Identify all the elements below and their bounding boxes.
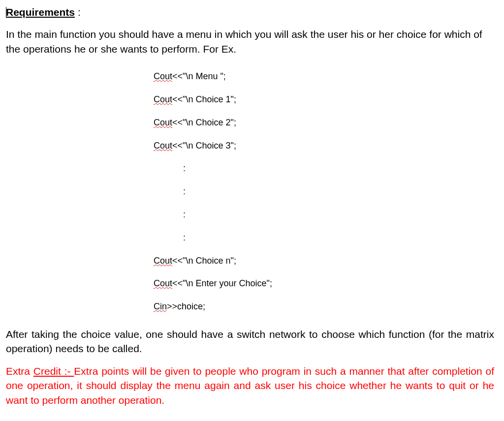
colon: :: [183, 233, 186, 242]
code-line-choice3: Cout<<"\n Choice 3";: [154, 134, 494, 157]
after-paragraph: After taking the choice value, one shoul…: [6, 327, 494, 356]
code-line-enter: Cout<<"\n Enter your Choice";: [154, 272, 494, 295]
colon: :: [183, 186, 186, 196]
extra-credit-lead: Credit: [33, 365, 61, 377]
code-ellipsis: :: [154, 203, 494, 226]
colon: :: [183, 210, 186, 219]
requirements-heading-text: Requirements: [6, 6, 75, 18]
code-line-cin-rest: >>choice;: [167, 301, 205, 311]
code-ellipsis: :: [154, 226, 494, 249]
extra-prefix: Extra: [6, 365, 33, 377]
code-ellipsis: :: [154, 180, 494, 203]
code-line-choicen-rest: <<"\n Choice n";: [172, 256, 236, 266]
code-line-choice2-rest: <<"\n Choice 2";: [172, 118, 236, 127]
code-ellipsis: :: [154, 157, 494, 180]
intro-paragraph: In the main function you should have a m…: [6, 27, 494, 56]
code-line-choice1: Cout<<"\n Choice 1";: [154, 88, 494, 111]
code-line-menu-rest: <<"\n Menu ";: [172, 71, 226, 81]
code-line-choicen: Cout<<"\n Choice n";: [154, 249, 494, 272]
colon: :: [183, 163, 186, 173]
cout-keyword: Cout: [154, 141, 172, 150]
cin-keyword: Cin: [154, 301, 167, 311]
cout-keyword: Cout: [154, 71, 172, 81]
extra-credit-lead-tail: :-: [61, 365, 74, 377]
requirements-heading-tail: :: [75, 6, 81, 18]
code-line-choice3-rest: <<"\n Choice 3";: [172, 141, 236, 150]
cout-keyword: Cout: [154, 256, 172, 266]
extra-credit-body: Extra points will be given to people who…: [6, 365, 494, 406]
cout-keyword: Cout: [154, 94, 172, 104]
cout-keyword: Cout: [154, 118, 172, 127]
code-line-choice2: Cout<<"\n Choice 2";: [154, 111, 494, 134]
extra-credit-paragraph: Extra Credit :- Extra points will be giv…: [6, 364, 494, 407]
cout-keyword: Cout: [154, 278, 172, 288]
code-line-enter-rest: <<"\n Enter your Choice";: [172, 278, 272, 288]
code-line-menu: Cout<<"\n Menu ";: [154, 65, 494, 88]
code-block: Cout<<"\n Menu "; Cout<<"\n Choice 1"; C…: [154, 65, 494, 318]
code-line-cin: Cin>>choice;: [154, 295, 494, 318]
code-line-choice1-rest: <<"\n Choice 1";: [172, 94, 236, 104]
requirements-heading: Requirements :: [6, 5, 494, 19]
